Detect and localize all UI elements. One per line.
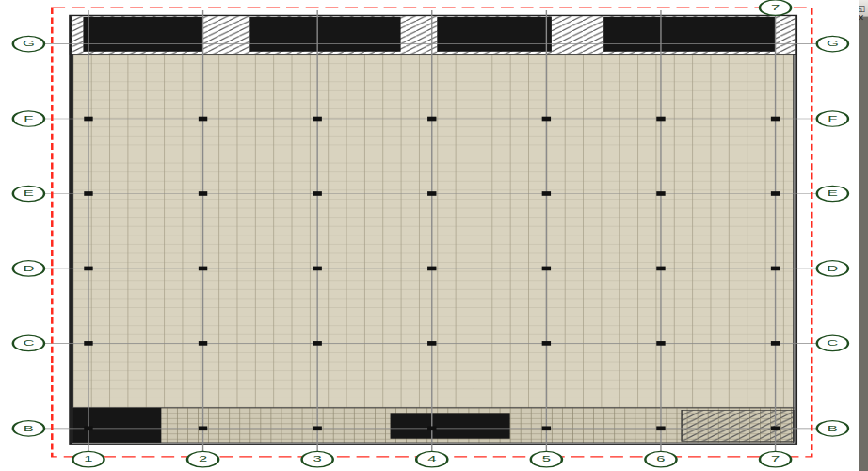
svg-text:1: 1 xyxy=(84,455,92,463)
svg-text:C: C xyxy=(827,339,838,348)
svg-text:5: 5 xyxy=(542,455,551,463)
svg-text:E: E xyxy=(828,189,838,198)
svg-text:B: B xyxy=(828,424,838,432)
svg-text:D: D xyxy=(23,264,34,272)
svg-text:7: 7 xyxy=(771,455,780,463)
svg-text:C: C xyxy=(23,339,34,348)
svg-text:F: F xyxy=(828,114,837,122)
svg-text:F: F xyxy=(24,114,33,122)
svg-text:7: 7 xyxy=(771,3,780,11)
svg-text:6: 6 xyxy=(656,455,665,463)
svg-text:2: 2 xyxy=(199,455,207,463)
svg-text:3: 3 xyxy=(313,455,322,463)
svg-text:D: D xyxy=(827,264,838,272)
svg-text:E: E xyxy=(24,189,34,198)
svg-text:4: 4 xyxy=(427,455,436,463)
svg-text:B: B xyxy=(24,424,34,432)
floor-plan-drawing[interactable]: GGFFEEDDCCBB12345677 xyxy=(0,0,859,471)
svg-text:G: G xyxy=(827,40,839,48)
svg-text:G: G xyxy=(23,40,35,48)
